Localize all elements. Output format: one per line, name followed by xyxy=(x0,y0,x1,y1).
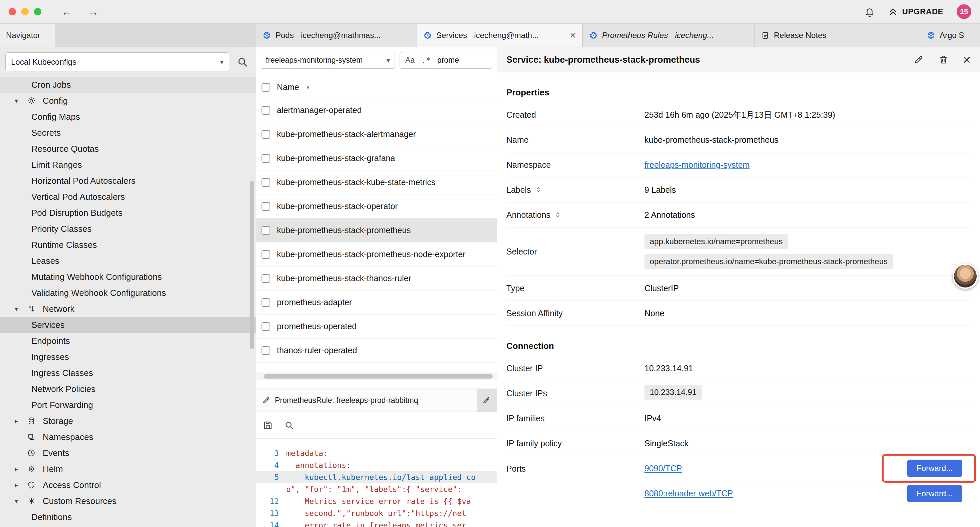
property-value[interactable]: 2 Annotations xyxy=(644,210,970,220)
sidebar-item-config-maps[interactable]: Config Maps xyxy=(0,109,256,125)
delete-trash-icon[interactable] xyxy=(938,55,948,65)
table-row[interactable]: kube-prometheus-stack-thanos-ruler xyxy=(256,266,497,291)
row-checkbox[interactable] xyxy=(261,250,270,259)
avatar[interactable] xyxy=(953,263,978,289)
sidebar-item-resource-quotas[interactable]: Resource Quotas xyxy=(0,141,256,157)
sidebar-item-endpoints[interactable]: Endpoints xyxy=(0,333,256,349)
notifications-bell-icon[interactable] xyxy=(865,7,875,17)
table-row[interactable]: alertmanager-operated xyxy=(256,99,497,123)
chevron-down-icon[interactable]: ▾ xyxy=(15,97,27,105)
tab-close-icon[interactable]: × xyxy=(565,30,576,41)
tab-argo[interactable]: Argo S xyxy=(920,24,980,47)
sidebar-item-horizontal-pod-autoscalers[interactable]: Horizontal Pod Autoscalers xyxy=(0,173,256,189)
sidebar-item-ingresses[interactable]: Ingresses xyxy=(0,349,256,365)
sidebar-item-network-policies[interactable]: Network Policies xyxy=(0,381,256,397)
sidebar-item-ingress-classes[interactable]: Ingress Classes xyxy=(0,365,256,381)
row-checkbox[interactable] xyxy=(261,346,270,355)
sidebar-item-validating-webhook-configurations[interactable]: Validating Webhook Configurations xyxy=(0,285,256,301)
table-row[interactable]: prometheus-operated xyxy=(256,315,497,339)
sidebar-item-events[interactable]: Events xyxy=(0,445,256,461)
sidebar-item-access-control[interactable]: ▸ Access Control xyxy=(0,477,256,493)
regex-toggle[interactable]: .* xyxy=(421,56,431,65)
tab-prometheus-rules[interactable]: Prometheus Rules - icecheng... xyxy=(583,24,754,47)
search-input[interactable]: Aa .* prome xyxy=(399,52,492,69)
save-icon[interactable] xyxy=(263,420,273,430)
row-checkbox[interactable] xyxy=(261,322,270,331)
sidebar-item-definitions[interactable]: Definitions xyxy=(0,509,256,525)
select-all-checkbox[interactable] xyxy=(261,83,270,92)
window-close-button[interactable] xyxy=(9,8,16,15)
edit-pencil-icon[interactable] xyxy=(914,55,924,65)
kubeconfig-select[interactable]: Local Kubeconfigs ▾ xyxy=(5,53,229,72)
row-checkbox[interactable] xyxy=(261,130,270,139)
table-row[interactable]: kube-prometheus-stack-alertmanager xyxy=(256,123,497,146)
forward-button[interactable]: → xyxy=(88,6,99,18)
sidebar-item-custom-resources[interactable]: ▾ Custom Resources xyxy=(0,493,256,509)
chevron-right-icon[interactable]: ▸ xyxy=(15,417,27,425)
chevron-right-icon[interactable]: ▸ xyxy=(15,481,27,489)
horizontal-scrollbar-thumb[interactable] xyxy=(264,374,493,379)
tab-release-notes[interactable]: Release Notes xyxy=(754,24,920,47)
row-checkbox[interactable] xyxy=(261,274,270,283)
sidebar-item-mutating-webhook-configurations[interactable]: Mutating Webhook Configurations xyxy=(0,269,256,285)
table-row-selected[interactable]: kube-prometheus-stack-prometheus xyxy=(256,218,497,242)
sidebar-item-network[interactable]: ▾ Network xyxy=(0,301,256,317)
sidebar-item-priority-classes[interactable]: Priority Classes xyxy=(0,221,256,237)
forward-button[interactable]: Forward... xyxy=(907,460,962,477)
sidebar-item-runtime-classes[interactable]: Runtime Classes xyxy=(0,237,256,253)
table-row[interactable]: prometheus-adapter xyxy=(256,291,497,315)
window-zoom-button[interactable] xyxy=(34,8,41,15)
sidebar-item-vertical-pod-autoscalers[interactable]: Vertical Pod Autoscalers xyxy=(0,189,256,205)
sidebar-item-pod-disruption-budgets[interactable]: Pod Disruption Budgets xyxy=(0,205,256,221)
namespace-link[interactable]: freeleaps-monitoring-system xyxy=(644,160,749,169)
row-checkbox[interactable] xyxy=(261,178,270,187)
table-row[interactable]: kube-prometheus-stack-prometheus-node-ex… xyxy=(256,242,497,266)
property-value[interactable]: 9 Labels xyxy=(644,185,970,195)
row-checkbox[interactable] xyxy=(261,226,270,235)
dock-tab-prometheusrule[interactable]: PrometheusRule: freeleaps-prod-rabbitmq xyxy=(256,389,477,412)
chevron-down-icon[interactable]: ▾ xyxy=(15,305,27,313)
sidebar-item-leases[interactable]: Leases xyxy=(0,253,256,269)
sidebar-search-button[interactable] xyxy=(234,56,250,68)
close-icon[interactable]: × xyxy=(963,53,970,66)
notification-count-badge[interactable]: 15 xyxy=(957,4,971,19)
row-checkbox[interactable] xyxy=(261,106,270,115)
table-row[interactable]: kube-prometheus-stack-grafana xyxy=(256,146,497,170)
sidebar-item-cron-jobs[interactable]: Cron Jobs xyxy=(0,77,256,93)
window-minimize-button[interactable] xyxy=(21,8,29,15)
chevron-right-icon[interactable]: ▸ xyxy=(15,465,27,473)
port-link[interactable]: 8080:reloader-web/TCP xyxy=(644,489,733,498)
sidebar-item-secrets[interactable]: Secrets xyxy=(0,125,256,141)
table-row[interactable]: kube-prometheus-stack-kube-state-metrics xyxy=(256,170,497,194)
row-checkbox[interactable] xyxy=(261,202,270,211)
horizontal-scrollbar[interactable] xyxy=(256,373,497,380)
sidebar-item-port-forwarding[interactable]: Port Forwarding xyxy=(0,397,256,413)
tab-services[interactable]: Services - icecheng@math... × xyxy=(417,24,583,47)
row-checkbox[interactable] xyxy=(261,298,270,307)
port-link[interactable]: 9090/TCP xyxy=(644,463,682,473)
yaml-editor[interactable]: 3metadata: 4 annotations: 5 kubectl.kube… xyxy=(256,439,497,527)
name-column-header[interactable]: Name xyxy=(277,83,299,92)
forward-button[interactable]: Forward... xyxy=(907,485,962,502)
table-row[interactable]: thanos-ruler-operated xyxy=(256,339,497,363)
expand-toggle-icon[interactable] xyxy=(554,212,561,218)
sidebar-item-services[interactable]: Services xyxy=(0,317,256,333)
back-button[interactable]: ← xyxy=(61,6,73,18)
match-case-toggle[interactable]: Aa xyxy=(405,56,415,65)
expand-toggle-icon[interactable] xyxy=(535,186,542,193)
namespace-select[interactable]: freeleaps-monitoring-system ▾ xyxy=(261,52,395,69)
sort-ascending-icon[interactable]: ∧ xyxy=(306,84,310,91)
table-row[interactable]: kube-prometheus-stack-operator xyxy=(256,194,497,218)
chevron-down-icon[interactable]: ▾ xyxy=(15,497,27,505)
search-icon[interactable] xyxy=(284,420,294,430)
sidebar-item-helm[interactable]: ▸ Helm xyxy=(0,461,256,477)
sidebar-item-storage[interactable]: ▸ Storage xyxy=(0,413,256,429)
sidebar-item-namespaces[interactable]: Namespaces xyxy=(0,429,256,445)
sidebar-item-limit-ranges[interactable]: Limit Ranges xyxy=(0,157,256,173)
tab-pods[interactable]: Pods - icecheng@mathmas... xyxy=(256,24,417,47)
sidebar-scrollbar[interactable] xyxy=(250,181,254,349)
sidebar-item-config[interactable]: ▾ Config xyxy=(0,93,256,109)
row-checkbox[interactable] xyxy=(261,154,270,163)
dock-tab-partial[interactable] xyxy=(477,389,497,412)
upgrade-button[interactable]: UPGRADE xyxy=(888,7,943,17)
